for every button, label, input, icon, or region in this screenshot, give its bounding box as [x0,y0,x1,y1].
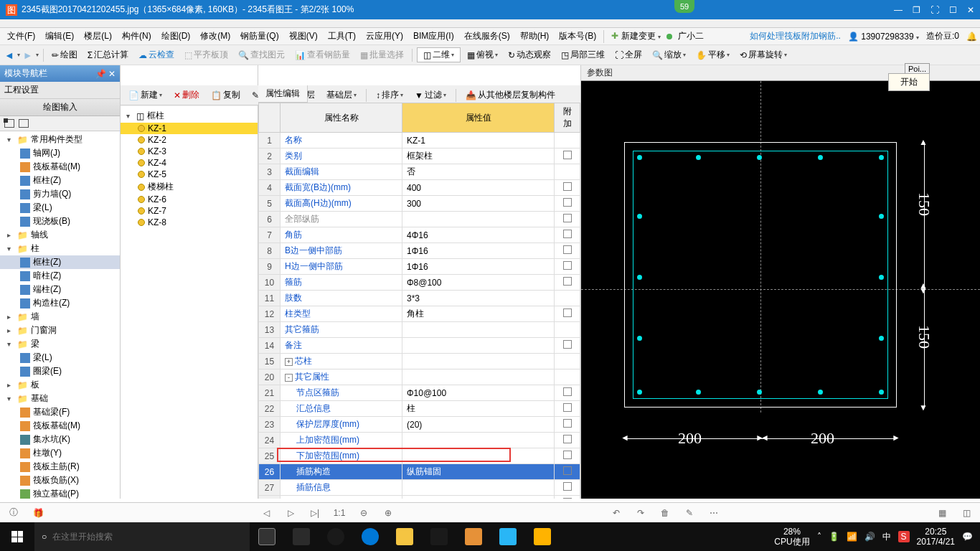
prop-value[interactable]: 纵筋锚固 [402,464,555,480]
tree-construct-column[interactable]: 构造柱(Z) [0,296,120,310]
comp-stair-col[interactable]: 楼梯柱 [121,180,258,194]
tree-frame-col[interactable]: 框柱(Z) [0,174,120,187]
checkbox-icon[interactable] [563,498,572,499]
checkbox-icon[interactable] [563,435,572,443]
prop-value[interactable]: Φ10@100 [402,385,555,401]
tree-opening[interactable]: ▸📁 门窗洞 [0,324,120,337]
comp-kz4[interactable]: KZ-4 [121,157,258,169]
prop-value[interactable]: KZ-1 [402,133,555,149]
prop-checkbox-cell[interactable] [555,196,580,212]
prop-checkbox-cell[interactable] [555,464,580,480]
tree-column-pier[interactable]: 柱墩(Y) [0,446,120,460]
layout-icon-2[interactable] [19,119,29,128]
menu-cloud[interactable]: 云应用(Y) [362,29,407,44]
flat-top-button[interactable]: ⬚ 平齐板顶 [181,47,232,62]
checkbox-icon[interactable] [563,419,572,428]
info-icon[interactable]: ⓘ [7,507,20,519]
menu-file[interactable]: 文件(F) [3,29,39,44]
tray-notification-icon[interactable]: 💬 [962,532,973,542]
property-row[interactable]: 8B边一侧中部筋1Φ16 [259,243,580,259]
property-row[interactable]: 23保护层厚度(mm)(20) [259,417,580,433]
forward-dropdown[interactable]: ▾ [36,52,39,58]
property-row[interactable]: 21节点区箍筋Φ10@100 [259,385,580,401]
window-icon[interactable]: ◫ [960,507,973,519]
menu-help[interactable]: 帮助(H) [516,29,554,44]
tree-beam-group[interactable]: ▾📁 梁 [0,337,120,351]
checkbox-icon[interactable] [563,309,572,317]
menu-modify[interactable]: 修改(M) [196,29,235,44]
start-button[interactable] [0,522,34,551]
prop-value[interactable] [402,480,555,496]
property-row[interactable]: 5截面高(H边)(mm)300 [259,196,580,212]
menu-bim[interactable]: BIM应用(I) [409,29,458,44]
property-row[interactable]: 20-其它属性 [259,369,580,385]
tree-raft-neg-bar[interactable]: 筏板负筋(X) [0,474,120,487]
local-3d-button[interactable]: ◳ 局部三维 [557,47,608,62]
property-row[interactable]: 12柱类型角柱 [259,306,580,322]
pan-button[interactable]: ✋ 平移 ▾ [692,47,733,62]
gift-icon[interactable]: 🎁 [32,507,44,519]
tree-beam-l[interactable]: 梁(L) [0,351,120,364]
app-icon[interactable] [284,522,319,551]
tree-raft-found[interactable]: 筏板基础(M) [0,419,120,433]
rotate-left-icon[interactable]: ↶ [610,507,623,519]
property-row[interactable]: 26插筋构造纵筋锚固 [259,464,580,480]
prop-value[interactable]: 1Φ16 [402,259,555,275]
prop-value[interactable] [402,322,555,338]
prop-checkbox-cell[interactable] [555,306,580,322]
phone-label[interactable]: 👤 13907298339 ▾ [848,32,919,42]
prop-value[interactable]: 否 [402,164,555,180]
tree-sump[interactable]: 集水坑(K) [0,433,120,446]
menu-version[interactable]: 版本号(B) [555,29,600,44]
user-label[interactable]: 广小二 [674,29,708,44]
property-row[interactable]: 13其它箍筋 [259,322,580,338]
menu-floor[interactable]: 楼层(L) [80,29,116,44]
checkbox-icon[interactable] [563,340,572,349]
tree-found-beam[interactable]: 基础梁(F) [0,405,120,419]
clock[interactable]: 20:25 2017/4/21 [917,527,955,547]
next-icon[interactable]: ▷| [308,507,321,519]
tray-wifi-icon[interactable]: 📶 [847,532,857,542]
property-row[interactable]: 27插筋信息 [259,480,580,496]
prop-value[interactable]: (20) [402,417,555,433]
menu-view[interactable]: 视图(V) [285,29,322,44]
comp-root[interactable]: ▾◫ 框柱 [121,109,258,123]
prop-value[interactable]: 1Φ16 [402,243,555,259]
tree-axis[interactable]: ▸📁 轴线 [0,228,120,242]
prev-icon[interactable]: ◁ [260,507,273,519]
bell-icon[interactable]: 🔔 [966,32,977,42]
play-icon[interactable]: ▷ [284,507,297,519]
prop-checkbox-cell[interactable] [555,164,580,180]
tree-frame-column[interactable]: 框柱(Z) [0,255,120,269]
minimize-icon[interactable]: — [894,5,903,15]
prop-checkbox-cell[interactable] [555,338,580,354]
help-link[interactable]: 如何处理筏板附加钢筋.. [750,30,841,42]
property-row[interactable]: 1名称KZ-1 [259,133,580,149]
back-dropdown[interactable]: ▾ [17,52,20,58]
viewport-canvas[interactable]: 200 200 150 150 ◄ ► ► ◄ ▲ ▼ ▲ ▼ [581,81,980,499]
prop-checkbox-cell[interactable] [555,385,580,401]
prop-value[interactable] [402,354,555,369]
prop-checkbox-cell[interactable] [555,291,580,306]
fullscreen-icon[interactable]: ⛶ [930,5,939,15]
menu-tool[interactable]: 工具(T) [324,29,360,44]
checkbox-icon[interactable] [563,403,572,412]
tree-hidden-column[interactable]: 暗柱(Z) [0,269,120,283]
forward-icon[interactable]: ► [23,50,33,61]
tray-chevron-icon[interactable]: ˄ [817,532,821,542]
prop-checkbox-cell[interactable] [555,369,580,385]
prop-checkbox-cell[interactable] [555,149,580,164]
menu-rebar[interactable]: 钢筋量(Q) [236,29,283,44]
property-row[interactable]: 14备注 [259,338,580,354]
nav-draw-input-tab[interactable]: 绘图输入 [0,99,120,116]
tree-common-types[interactable]: ▾📁 常用构件类型 [0,133,120,146]
tray-volume-icon[interactable]: 🔊 [864,532,875,542]
tree-slab-group[interactable]: ▸📁 板 [0,378,120,392]
comp-kz5[interactable]: KZ-5 [121,169,258,180]
batch-select-button[interactable]: ▦ 批量选择 [357,47,407,62]
prop-value[interactable]: 400 [402,180,555,196]
tree-slab[interactable]: 现浇板(B) [0,215,120,228]
prop-checkbox-cell[interactable] [555,259,580,275]
tree-beam[interactable]: 梁(L) [0,201,120,215]
prop-checkbox-cell[interactable] [555,448,580,464]
